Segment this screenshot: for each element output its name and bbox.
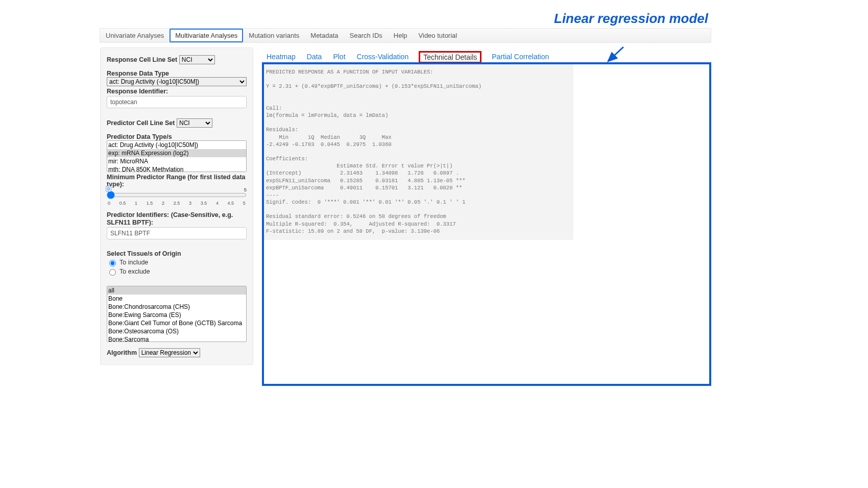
arrow-icon: [605, 46, 625, 66]
nav-item-metadata[interactable]: Metadata: [305, 29, 344, 42]
tissue-option[interactable]: Bone:Ewing Sarcoma (ES): [107, 311, 246, 319]
tissue-exclude-radio[interactable]: [109, 269, 116, 276]
nav-item-help[interactable]: Help: [388, 29, 413, 42]
result-tab-plot[interactable]: Plot: [332, 51, 346, 63]
tissue-exclude-label: To exclude: [119, 268, 150, 275]
nav-item-search-ids[interactable]: Search IDs: [344, 29, 388, 42]
nav-item-multivariate-analyses[interactable]: Multivariate Analyses: [170, 29, 243, 42]
main-nav: Univariate AnalysesMultivariate Analyses…: [100, 28, 711, 43]
predictor-identifiers-input[interactable]: [107, 227, 247, 239]
slider-tick: 4: [216, 201, 219, 206]
result-tab-partial-correlation[interactable]: Partial Correlation: [491, 51, 550, 63]
svg-line-0: [608, 47, 623, 61]
min-predictor-range-label: Minimum Predictor Range (for first liste…: [107, 174, 247, 188]
slider-tick: 0.5: [119, 201, 126, 206]
slider-max-label: 5: [244, 187, 247, 192]
nav-item-mutation-variants[interactable]: Mutation variants: [243, 29, 305, 42]
nav-item-univariate-analyses[interactable]: Univariate Analyses: [100, 29, 170, 42]
tissue-option[interactable]: Bone:Osteosarcoma (OS): [107, 327, 246, 335]
response-data-type-label: Response Data Type: [107, 70, 169, 77]
slider-tick: 4.5: [228, 201, 234, 206]
tissue-include-label: To include: [119, 259, 148, 266]
tissue-label: Select Tissue/s of Origin: [107, 250, 181, 257]
result-tab-cross-validation[interactable]: Cross-Validation: [356, 51, 410, 63]
slider-tick: 5: [243, 201, 246, 206]
predictor-type-option[interactable]: act: Drug Activity (-log10[IC50M]): [107, 141, 246, 149]
slider-ticks: 00.511.522.533.544.55: [107, 201, 247, 206]
response-data-type-select[interactable]: act: Drug Activity (-log10[IC50M]): [107, 77, 247, 86]
slider-value-badge: 0: [106, 186, 111, 192]
predictor-type-option[interactable]: mth: DNA 850K Methylation: [107, 165, 246, 172]
response-identifier-input[interactable]: [107, 96, 247, 108]
predictor-data-type-listbox[interactable]: act: Drug Activity (-log10[IC50M])exp: m…: [107, 140, 247, 172]
predictor-cell-line-label: Predictor Cell Line Set: [107, 119, 175, 127]
response-cell-line-label: Response Cell Line Set: [107, 56, 177, 63]
tissue-option[interactable]: Bone:Chondrosarcoma (CHS): [107, 303, 246, 311]
slider-tick: 2.5: [174, 201, 180, 206]
result-tab-heatmap[interactable]: Heatmap: [266, 51, 297, 63]
query-form-panel: Response Cell Line Set NCI Response Data…: [100, 47, 253, 365]
slider-tick: 3.5: [201, 201, 207, 206]
slider-tick: 1.5: [147, 201, 153, 206]
algorithm-select[interactable]: Linear Regression: [139, 348, 200, 357]
predictor-identifiers-label: Predictor Identifiers: (Case-Sensitive, …: [107, 211, 233, 226]
nav-item-video-tutorial[interactable]: Video tutorial: [413, 29, 463, 42]
predictor-data-type-label: Predictor Data Type/s: [107, 133, 172, 140]
min-predictor-range-slider[interactable]: [107, 191, 247, 199]
technical-details-output: PREDICTED RESPONSE AS A FUNCTION OF INPU…: [262, 63, 573, 240]
slider-tick: 1: [135, 201, 137, 206]
response-identifier-label: Response Identifier:: [107, 88, 247, 95]
tissue-listbox[interactable]: allBoneBone:Chondrosarcoma (CHS)Bone:Ewi…: [107, 286, 247, 342]
tissue-include-radio[interactable]: [109, 260, 116, 266]
algorithm-label: Algorithm: [107, 349, 137, 356]
tissue-option[interactable]: Bone:Sarcoma: [107, 335, 246, 342]
slider-tick: 3: [189, 201, 191, 206]
predictor-type-option[interactable]: exp: mRNA Expression (log2): [107, 149, 246, 157]
tissue-option[interactable]: Bone:Giant Cell Tumor of Bone (GCTB) Sar…: [107, 319, 246, 327]
annotation-line1: Linear regression model: [554, 11, 708, 26]
slider-tick: 2: [162, 201, 164, 206]
tissue-option[interactable]: Bone: [107, 295, 246, 303]
result-tab-technical-details[interactable]: Technical Details: [419, 51, 481, 63]
result-tab-data[interactable]: Data: [306, 51, 323, 63]
response-cell-line-select[interactable]: NCI: [179, 55, 215, 64]
tissue-option[interactable]: all: [107, 286, 246, 295]
slider-tick: 0: [108, 201, 110, 206]
result-tabs: HeatmapDataPlotCross-ValidationTechnical…: [266, 51, 550, 63]
predictor-type-option[interactable]: mir: MicroRNA: [107, 157, 246, 165]
predictor-cell-line-select[interactable]: NCI: [177, 118, 212, 128]
